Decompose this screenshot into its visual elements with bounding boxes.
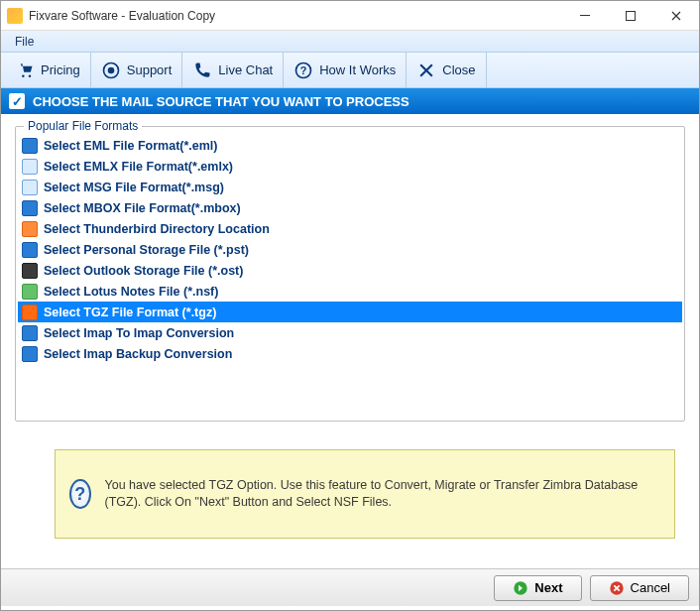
svg-point-3 [29, 74, 32, 77]
format-item-label: Select MSG File Format(*.msg) [44, 181, 224, 194]
format-item-label: Select Imap To Imap Conversion [44, 326, 234, 340]
svg-rect-1 [627, 11, 636, 20]
support-label: Support [127, 62, 173, 77]
thunderbird-icon [22, 221, 38, 237]
ost-icon [22, 263, 38, 279]
imapbackup-icon [22, 346, 38, 362]
window-title: Fixvare Software - Evaluation Copy [29, 9, 562, 23]
menu-file[interactable]: File [7, 33, 42, 51]
format-list: Select EML File Format(*.eml)Select EMLX… [18, 135, 682, 417]
close-label: Close [442, 62, 475, 77]
info-panel: ? You have selected TGZ Option. Use this… [55, 449, 675, 539]
close-button[interactable]: Close [407, 53, 486, 87]
emlx-icon [22, 159, 38, 175]
tgz-icon [22, 305, 38, 320]
svg-point-5 [107, 66, 114, 73]
maximize-button[interactable] [608, 1, 653, 31]
msg-icon [22, 180, 38, 195]
format-item[interactable]: Select Thunderbird Directory Location [18, 218, 682, 239]
cancel-label: Cancel [631, 580, 670, 595]
howitworks-label: How It Works [319, 62, 396, 77]
format-item[interactable]: Select Outlook Storage File (*.ost) [18, 260, 682, 281]
nsf-icon [22, 284, 38, 300]
svg-rect-0 [580, 15, 590, 16]
next-label: Next [534, 580, 562, 595]
howitworks-button[interactable]: ? How It Works [284, 53, 407, 87]
content-area: Popular File Formats Select EML File For… [1, 114, 699, 568]
info-text: You have selected TGZ Option. Use this f… [105, 477, 660, 512]
format-item[interactable]: Select TGZ File Format (*.tgz) [18, 302, 682, 322]
mbox-icon [22, 200, 38, 216]
question-icon: ? [293, 61, 313, 80]
cancel-x-icon [609, 580, 625, 596]
format-item-label: Select EMLX File Format(*.emlx) [44, 160, 233, 174]
svg-point-2 [22, 74, 24, 77]
livechat-button[interactable]: Live Chat [182, 53, 284, 87]
menubar: File [1, 31, 699, 53]
phone-icon [192, 61, 212, 80]
next-arrow-icon [513, 580, 528, 596]
format-item-label: Select Lotus Notes File (*.nsf) [44, 285, 218, 299]
format-item-label: Select Thunderbird Directory Location [44, 222, 270, 236]
format-item-label: Select Outlook Storage File (*.ost) [44, 264, 243, 278]
format-item[interactable]: Select EMLX File Format(*.emlx) [18, 156, 682, 177]
app-icon [7, 8, 23, 24]
format-item[interactable]: Select Lotus Notes File (*.nsf) [18, 281, 682, 302]
format-item-label: Select TGZ File Format (*.tgz) [44, 306, 216, 319]
svg-text:?: ? [300, 64, 307, 76]
footer: Next Cancel [1, 568, 699, 606]
heading-bar: ✓ CHOOSE THE MAIL SOURCE THAT YOU WANT T… [1, 88, 699, 114]
info-icon: ? [69, 479, 91, 509]
format-item[interactable]: Select Personal Storage File (*.pst) [18, 239, 682, 260]
minimize-button[interactable] [562, 1, 608, 31]
eml-icon [22, 138, 38, 154]
format-item-label: Select Personal Storage File (*.pst) [44, 243, 249, 257]
toolbar: Pricing Support Live Chat ? How It Works… [1, 53, 699, 88]
format-item[interactable]: Select EML File Format(*.eml) [18, 135, 682, 156]
format-item-label: Select Imap Backup Conversion [44, 347, 232, 361]
imap-icon [22, 325, 38, 341]
format-item-label: Select EML File Format(*.eml) [44, 139, 218, 153]
close-icon [416, 61, 436, 80]
next-button[interactable]: Next [494, 575, 581, 601]
cancel-button[interactable]: Cancel [590, 575, 689, 601]
format-item[interactable]: Select MBOX File Format(*.mbox) [18, 197, 682, 218]
close-window-button[interactable] [653, 1, 699, 31]
format-item[interactable]: Select Imap Backup Conversion [18, 343, 682, 364]
format-item[interactable]: Select Imap To Imap Conversion [18, 322, 682, 343]
pst-icon [22, 242, 38, 258]
cart-icon [15, 61, 35, 80]
support-icon [101, 61, 121, 80]
titlebar: Fixvare Software - Evaluation Copy [1, 1, 699, 31]
groupbox-legend: Popular File Formats [24, 119, 142, 133]
heading-text: CHOOSE THE MAIL SOURCE THAT YOU WANT TO … [33, 94, 409, 109]
heading-icon: ✓ [9, 93, 25, 109]
format-item[interactable]: Select MSG File Format(*.msg) [18, 177, 682, 197]
formats-groupbox: Popular File Formats Select EML File For… [15, 126, 685, 422]
format-item-label: Select MBOX File Format(*.mbox) [44, 201, 241, 215]
pricing-label: Pricing [41, 62, 80, 77]
livechat-label: Live Chat [218, 62, 273, 77]
support-button[interactable]: Support [91, 53, 183, 87]
pricing-button[interactable]: Pricing [5, 53, 91, 87]
